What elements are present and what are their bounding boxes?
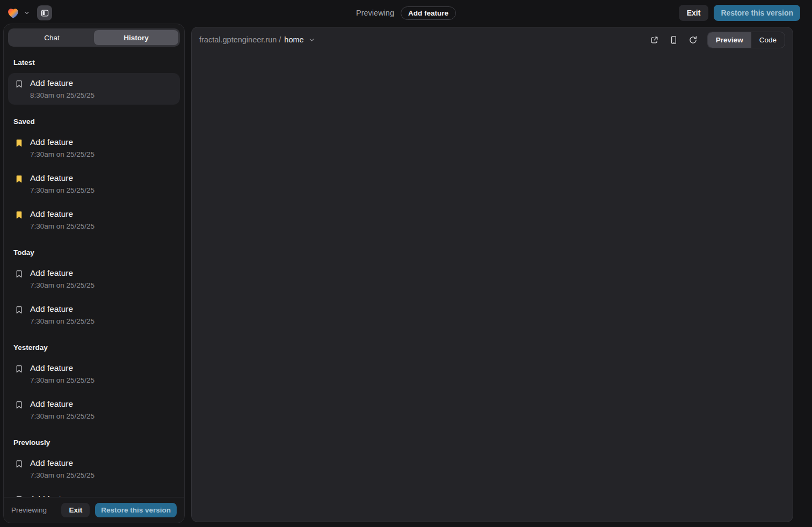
version-timestamp: 7:30am on 25/25/25 [30, 376, 95, 384]
version-title: Add feature [30, 363, 95, 373]
lovable-heart-logo[interactable] [6, 6, 20, 20]
preview-viewport[interactable] [192, 52, 793, 522]
version-title: Add feature [30, 268, 95, 278]
preview-panel: fractal.gptengineer.run / home Preview C… [191, 27, 793, 522]
section-latest: Latest Add feature 8:30am on 25/25/25 [8, 58, 180, 105]
tab-chat[interactable]: Chat [10, 30, 94, 45]
bookmark-icon[interactable] [15, 79, 24, 89]
open-in-new-tab-icon[interactable] [650, 35, 659, 45]
toggle-preview[interactable]: Preview [708, 32, 751, 48]
sidebar-footer: Previewing Exit Restore this version [4, 497, 184, 523]
version-timestamp: 7:30am on 25/25/25 [30, 317, 95, 325]
section-today: Today Add feature 7:30am on 25/25/25 Add… [8, 248, 180, 331]
version-title: Add feature [30, 399, 95, 409]
section-previously: Previously Add feature 7:30am on 25/25/2… [8, 438, 180, 497]
version-item[interactable]: Add feature 7:30am on 25/25/25 [8, 299, 180, 331]
version-title: Add feature [30, 173, 95, 183]
section-title: Yesterday [13, 343, 175, 352]
page-url-selector[interactable]: fractal.gptengineer.run / home [199, 35, 315, 44]
version-item[interactable]: Add feature 7:30am on 25/25/25 [8, 453, 180, 485]
version-badge[interactable]: Add feature [401, 6, 456, 20]
version-item[interactable]: Add feature 7:30am on 25/25/25 [8, 489, 180, 497]
history-sidebar: Chat History Latest Add feature 8:30am o… [3, 24, 185, 523]
version-item[interactable]: Add feature 7:30am on 25/25/25 [8, 132, 180, 164]
exit-button[interactable]: Exit [679, 5, 709, 21]
version-title: Add feature [30, 137, 95, 147]
version-item[interactable]: Add feature 7:30am on 25/25/25 [8, 204, 180, 236]
version-title: Add feature [30, 458, 95, 468]
version-title: Add feature [30, 304, 95, 314]
chat-history-tabs: Chat History [8, 28, 180, 47]
refresh-icon[interactable] [688, 35, 698, 45]
section-title: Latest [13, 58, 175, 67]
version-timestamp: 7:30am on 25/25/25 [30, 186, 95, 194]
version-timestamp: 7:30am on 25/25/25 [30, 150, 95, 158]
bookmark-icon[interactable] [15, 459, 24, 469]
logo-chevron-down-icon[interactable] [24, 10, 30, 16]
exit-button[interactable]: Exit [61, 503, 90, 517]
section-yesterday: Yesterday Add feature 7:30am on 25/25/25… [8, 343, 180, 426]
bookmark-filled-icon[interactable] [15, 174, 24, 184]
version-item[interactable]: Add feature 8:30am on 25/25/25 [8, 73, 180, 105]
chevron-down-icon [308, 36, 315, 43]
version-timestamp: 8:30am on 25/25/25 [30, 91, 95, 99]
restore-version-button[interactable]: Restore this version [714, 5, 800, 21]
bookmark-filled-icon[interactable] [15, 138, 24, 148]
mobile-preview-icon[interactable] [669, 35, 678, 45]
top-bar: Previewing Add feature Exit Restore this… [0, 0, 812, 26]
sidebar-toggle-button[interactable] [37, 5, 52, 20]
section-title: Saved [13, 118, 175, 126]
url-prefix: fractal.gptengineer.run / [199, 35, 281, 44]
version-title: Add feature [30, 78, 95, 88]
preview-code-toggle: Preview Code [707, 32, 785, 48]
version-item[interactable]: Add feature 7:30am on 25/25/25 [8, 358, 180, 390]
version-timestamp: 7:30am on 25/25/25 [30, 471, 95, 479]
version-history-list: Latest Add feature 8:30am on 25/25/25 Sa… [4, 51, 184, 497]
panel-left-icon [40, 9, 49, 18]
version-item[interactable]: Add feature 7:30am on 25/25/25 [8, 394, 180, 426]
previewing-status-label: Previewing [356, 9, 394, 17]
bookmark-filled-icon[interactable] [15, 210, 24, 219]
version-timestamp: 7:30am on 25/25/25 [30, 222, 95, 230]
bookmark-icon[interactable] [15, 269, 24, 279]
section-title: Previously [13, 438, 175, 447]
version-timestamp: 7:30am on 25/25/25 [30, 412, 95, 420]
section-saved: Saved Add feature 7:30am on 25/25/25 Add… [8, 118, 180, 236]
bookmark-icon[interactable] [15, 364, 24, 374]
version-item[interactable]: Add feature 7:30am on 25/25/25 [8, 263, 180, 295]
restore-version-button[interactable]: Restore this version [95, 503, 177, 517]
previewing-status-label: Previewing [11, 506, 56, 514]
bookmark-icon[interactable] [15, 400, 24, 409]
bookmark-icon[interactable] [15, 305, 24, 314]
url-current-page: home [284, 35, 303, 44]
version-item[interactable]: Add feature 7:30am on 25/25/25 [8, 168, 180, 200]
section-title: Today [13, 248, 175, 257]
toggle-code[interactable]: Code [751, 32, 785, 48]
preview-header: fractal.gptengineer.run / home Preview C… [192, 27, 793, 52]
version-timestamp: 7:30am on 25/25/25 [30, 281, 95, 289]
version-title: Add feature [30, 209, 95, 219]
tab-history[interactable]: History [94, 30, 178, 45]
